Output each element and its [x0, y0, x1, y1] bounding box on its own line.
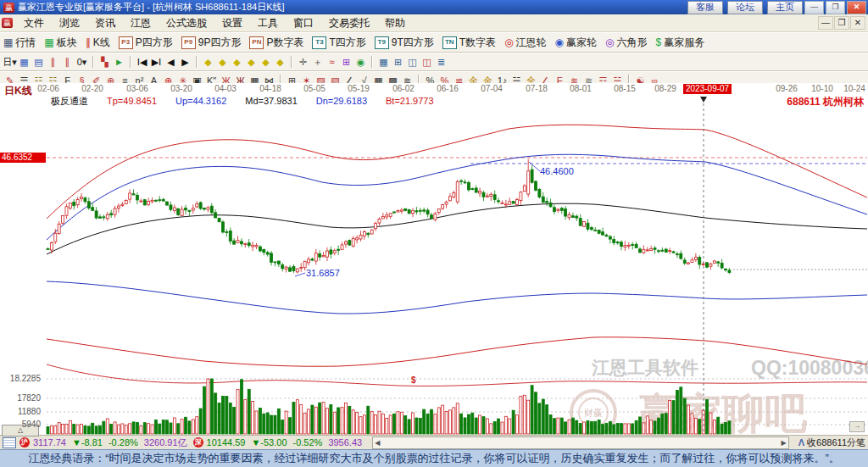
volume-bar [248, 389, 250, 434]
feature-p-square[interactable]: P3P四方形 [119, 36, 173, 50]
candle-body [370, 230, 373, 234]
menu-item-设置[interactable]: 设置 [214, 14, 250, 31]
menu-item-帮助[interactable]: 帮助 [377, 14, 413, 31]
gann-diamond-6-icon[interactable]: ◆ [273, 55, 287, 69]
doc-close-button[interactable]: ✕ [850, 16, 865, 30]
scroll-left-icon[interactable]: ◀ [375, 439, 380, 447]
feature-t-number[interactable]: TNT数字表 [442, 36, 496, 50]
candle-width-icon[interactable]: 0▾ [75, 55, 89, 69]
feature-winner-wheel[interactable]: ◉赢家轮 [555, 36, 597, 50]
feature-label: T四方形 [329, 36, 365, 50]
sse-index-icon[interactable]: 沪 [19, 437, 30, 448]
menu-item-交易委托[interactable]: 交易委托 [321, 14, 377, 31]
export-icon[interactable]: ≣ [434, 55, 448, 69]
volume-bar [445, 411, 448, 434]
menu-item-资讯[interactable]: 资讯 [87, 14, 123, 31]
candle-body [650, 249, 653, 251]
volume-mini-button[interactable]: → [849, 421, 865, 432]
kline-style-1-icon[interactable]: ∥ [46, 55, 60, 69]
feature-kline[interactable]: ∥K线 [86, 36, 110, 50]
gann-diamond-4-icon[interactable]: ◆ [244, 55, 259, 69]
gann-diamond-2-icon[interactable]: ◆ [215, 55, 230, 69]
play-icon[interactable]: ► [112, 55, 126, 69]
volume-bar [471, 413, 474, 434]
volume-bar [363, 415, 365, 434]
volume-bar [300, 404, 303, 434]
scroll-right-icon[interactable]: ▶ [782, 439, 787, 447]
next-icon[interactable]: ▶ [178, 55, 192, 69]
volume-bar [456, 403, 459, 434]
volume-bar [132, 422, 135, 434]
volume-bar [498, 419, 500, 434]
hand-tool-icon[interactable]: ✛ [296, 55, 310, 69]
volume-bar [605, 423, 608, 434]
szse-index-icon[interactable]: 深 [193, 437, 203, 448]
menu-item-文件[interactable]: 文件 [16, 14, 52, 31]
compare-icon[interactable]: ▚ [97, 55, 112, 69]
doc-restore-button[interactable]: ❐ [834, 16, 849, 30]
zigzag-tool-icon[interactable]: ≈ [325, 55, 339, 69]
tick-panel-label[interactable]: 收688611分笔 [807, 436, 865, 449]
price-alert-tag[interactable]: 46.6352 [0, 153, 46, 163]
candle-body [560, 208, 563, 211]
feature-p-number[interactable]: PNP数字表 [249, 36, 303, 50]
feature-hexagon[interactable]: ◎六角形 [605, 36, 647, 50]
volume-bar [531, 386, 533, 434]
feature-t-square[interactable]: T3T四方形 [312, 36, 365, 50]
gann-wheel-icon: ◎ [504, 36, 513, 48]
feature-p9-square[interactable]: P99P四方形 [181, 36, 242, 50]
doc-minimize-button[interactable]: — [818, 16, 833, 30]
restore-button[interactable]: ❐ [826, 1, 845, 14]
kline-chart-canvas[interactable]: 江恩工具软件QQ:100800360赢家聊吧财赢$ [0, 83, 868, 435]
volume-bar [330, 405, 332, 434]
first-page-icon[interactable]: Ⅰ◀ [135, 55, 149, 69]
menu-item-江恩[interactable]: 江恩 [123, 14, 159, 31]
quote-table-icon[interactable] [3, 437, 16, 448]
chart-window-icon[interactable]: ▦ [17, 55, 31, 69]
save-layout-icon[interactable]: ◫ [420, 55, 434, 69]
menu-item-浏览[interactable]: 浏览 [52, 14, 87, 31]
gann-diamond-3-icon[interactable]: ◆ [230, 55, 244, 69]
t9-square-icon: T9 [375, 36, 389, 49]
feature-quote-grid[interactable]: ▦行情 [3, 36, 36, 50]
feature-t9-square[interactable]: T99T四方形 [375, 36, 434, 50]
feature-label: K线 [93, 36, 110, 50]
volume-bar [240, 380, 242, 434]
gann-box-tool-icon[interactable]: ⊞ [339, 55, 353, 69]
feature-blocks[interactable]: ▦板块 [44, 36, 76, 50]
volume-bar [590, 421, 593, 434]
homepage-button[interactable]: 主页 [767, 1, 803, 14]
candle-body [140, 201, 142, 202]
menu-item-公式选股[interactable]: 公式选股 [159, 14, 214, 31]
prev-icon[interactable]: ◀ [164, 55, 178, 69]
feature-gann-wheel[interactable]: ◎江恩轮 [504, 36, 546, 50]
menu-item-工具[interactable]: 工具 [250, 14, 286, 31]
service-button[interactable]: 客服 [687, 1, 723, 14]
index-token: 10144.59 [207, 437, 246, 448]
date-label: 04-03 [214, 84, 236, 93]
forum-button[interactable]: 论坛 [727, 1, 763, 14]
gann-diamond-5-icon[interactable]: ◆ [259, 55, 273, 69]
volume-bar [479, 415, 481, 434]
close-button[interactable]: ✕ [847, 1, 866, 14]
feature-dollar[interactable]: $赢家服务 [656, 36, 705, 50]
gann-diamond-1-icon[interactable]: ◆ [201, 55, 215, 69]
calendar-icon[interactable]: ▦ [376, 55, 391, 69]
status-scrollbar[interactable]: ◀▶ [372, 436, 789, 449]
volume-bar [460, 414, 463, 434]
menu-item-窗口[interactable]: 窗口 [286, 14, 321, 31]
info-board-icon[interactable]: ▤ [31, 55, 46, 69]
wheel-tool-icon[interactable]: ◉ [353, 55, 368, 69]
volume-bar [404, 416, 407, 434]
volume-bar [725, 423, 727, 434]
period-day-icon[interactable]: 日▾ [3, 55, 17, 69]
calculator-icon[interactable]: ⊞ [391, 55, 405, 69]
volume-bar [486, 419, 488, 434]
crosshair-tool-icon[interactable]: ＋ [310, 55, 325, 69]
minimize-button[interactable]: — [804, 1, 824, 14]
save-icon[interactable]: ◫ [405, 55, 420, 69]
volume-bar [661, 414, 664, 434]
last-page-icon[interactable]: ▶Ⅰ [149, 55, 164, 69]
candle-body [709, 264, 712, 266]
kline-style-2-icon[interactable]: ∥ [60, 55, 75, 69]
